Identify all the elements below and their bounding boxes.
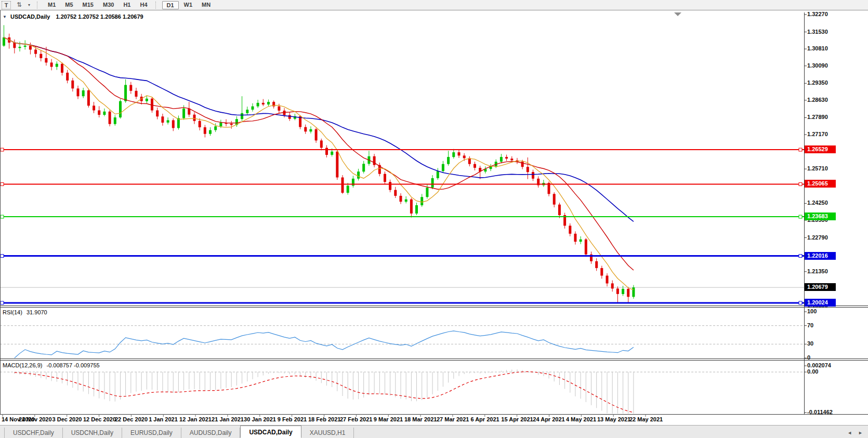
rsi-axis-label: 70 [807, 322, 844, 328]
date-axis-label: 22 Dec 2020 [115, 416, 147, 422]
date-axis-label: 4 May 2021 [565, 416, 597, 422]
date-axis-label: 22 May 2021 [629, 416, 662, 422]
tab-scroll-right-icon[interactable]: ► [858, 430, 863, 435]
price-tick-label: 1.31530 [807, 29, 844, 35]
chart-tab-bar: USDCHF,DailyUSDCNH,DailyEURUSD,DailyAUDU… [0, 425, 868, 438]
line-handle[interactable] [1, 148, 4, 151]
timeframe-button-h4[interactable]: H4 [136, 1, 151, 9]
chart-tabs: USDCHF,DailyUSDCNH,DailyEURUSD,DailyAUDU… [4, 425, 354, 438]
timeframe-bar: M1M5M15M30H1H4D1W1MN [43, 0, 215, 10]
rsi-panel-label: RSI(14) 31.9070 [3, 309, 47, 315]
macd-axis-label: -0.011462 [807, 409, 844, 415]
rsi-line [15, 331, 634, 358]
axis-price-badge: 1.26529 [805, 145, 836, 153]
date-axis-label: 9 Feb 2021 [276, 416, 308, 422]
price-tick-label: 1.27170 [807, 131, 844, 137]
timeframe-button-h1[interactable]: H1 [119, 1, 135, 9]
tab-usdcad-daily[interactable]: USDCAD,Daily [240, 426, 301, 438]
line-handle[interactable] [799, 255, 802, 258]
date-axis-label: 21 Jan 2021 [212, 416, 244, 422]
macd-histogram [9, 369, 634, 414]
collapse-triangle-icon[interactable]: ▼ [3, 15, 7, 19]
chart-legend: ▼ USDCAD,Daily 1.20752 1.20752 1.20586 1… [3, 14, 143, 20]
timeframe-button-m30[interactable]: M30 [99, 1, 118, 9]
date-axis-label: 18 Feb 2021 [308, 416, 340, 422]
tab-eurusd-daily[interactable]: EURUSD,Daily [122, 428, 181, 438]
date-axis-label: 15 Apr 2021 [501, 416, 533, 422]
line-handle[interactable] [1, 215, 4, 218]
price-tick-label: 1.29350 [807, 79, 844, 86]
macd-indicator-name: MACD(12,26,9) [3, 362, 42, 368]
axis-price-badge: 1.20679 [805, 283, 836, 291]
macd-current-values: -0.008757 -0.009755 [46, 362, 99, 368]
rsi-axis-label: 30 [807, 340, 844, 347]
date-axis-label: 27 Mar 2021 [437, 416, 469, 422]
tab-xauusd-h1[interactable]: XAUUSD,H1 [301, 428, 354, 438]
date-axis-label: 13 May 2021 [597, 416, 629, 422]
timeframe-button-m1[interactable]: M1 [44, 1, 60, 9]
date-axis-label: 30 Jan 2021 [244, 416, 276, 422]
candlestick-series [3, 25, 635, 303]
axis-price-badge: 1.22016 [805, 252, 836, 260]
rsi-axis-label: 0 [807, 354, 844, 361]
price-tick-label: 1.30090 [807, 62, 844, 69]
date-axis-label: 24 Nov 2020 [19, 416, 51, 422]
date-axis-label: 27 Feb 2021 [340, 416, 372, 422]
moving-average-28 [4, 37, 634, 221]
macd-axis-label: 0.00 [807, 368, 844, 375]
tab-usdcnh-daily[interactable]: USDCNH,Daily [63, 428, 122, 438]
price-tick-label: 1.22790 [807, 234, 844, 241]
axis-price-badge: 1.25065 [805, 180, 836, 188]
rsi-indicator-name: RSI(14) [3, 309, 22, 315]
toolbar: T ⇅ ▾ M1M5M15M30H1H4D1W1MN [0, 0, 868, 10]
line-handle[interactable] [1, 301, 4, 304]
date-axis-label: 24 Apr 2021 [533, 416, 565, 422]
timeframe-button-d1[interactable]: D1 [162, 1, 179, 9]
terminal-window: T ⇅ ▾ M1M5M15M30H1H4D1W1MN ▼ USDCAD,Dail… [0, 0, 868, 438]
line-handle[interactable] [1, 255, 4, 258]
date-axis-label: 3 Dec 2020 [51, 416, 83, 422]
arrange-arrows-icon[interactable]: ⇅ [14, 1, 24, 9]
date-axis-label: 18 Mar 2021 [404, 416, 437, 422]
tab-usdchf-daily[interactable]: USDCHF,Daily [4, 428, 63, 438]
price-tick-label: 1.28630 [807, 97, 844, 103]
price-tick-label: 1.27890 [807, 114, 844, 120]
date-axis-label: 1 Jan 2021 [147, 416, 179, 422]
date-axis-label: 6 Apr 2021 [469, 416, 501, 422]
toolbar-dropdown-caret[interactable]: ▾ [24, 1, 34, 9]
axis-price-badge: 1.23683 [805, 213, 836, 220]
line-handle[interactable] [1, 183, 4, 186]
line-handle[interactable] [799, 183, 802, 186]
moving-average-13 [4, 37, 634, 270]
toolbar-separator [37, 2, 40, 9]
timeframe-button-m15[interactable]: M15 [78, 1, 98, 9]
date-axis-label: 12 Dec 2020 [83, 416, 115, 422]
price-tick-label: 1.21350 [807, 268, 844, 274]
line-handle[interactable] [799, 215, 802, 218]
tab-scroll-left-icon[interactable]: ◄ [847, 430, 852, 435]
toolbar-separator [155, 2, 159, 9]
macd-signal-line [15, 371, 634, 413]
date-axis-label: 12 Jan 2021 [179, 416, 212, 422]
price-tick-label: 1.24250 [807, 200, 844, 206]
chart-quote-values: 1.20752 1.20752 1.20586 1.20679 [56, 14, 143, 20]
rsi-axis-label: 100 [807, 308, 844, 314]
tab-scroll-arrows: ◄ ► [847, 430, 863, 435]
timeframe-button-w1[interactable]: W1 [180, 1, 197, 9]
macd-axis-label: 0.002074 [807, 362, 844, 368]
text-tool-button[interactable]: T [2, 1, 11, 9]
timeframe-button-mn[interactable]: MN [198, 1, 215, 9]
macd-panel-label: MACD(12,26,9) -0.008757 -0.009755 [3, 362, 100, 368]
price-tick-label: 1.25710 [807, 165, 844, 171]
price-tick-label: 1.32270 [807, 11, 844, 17]
line-handle[interactable] [799, 148, 802, 151]
price-tick-label: 1.30810 [807, 45, 844, 51]
chart-canvas [0, 0, 868, 438]
axis-price-badge: 1.20024 [805, 299, 836, 307]
timeframe-button-m5[interactable]: M5 [61, 1, 77, 9]
scroll-position-marker-icon [674, 12, 681, 16]
line-handle[interactable] [799, 301, 802, 304]
date-axis-label: 9 Mar 2021 [372, 416, 404, 422]
tab-audusd-daily[interactable]: AUDUSD,Daily [181, 428, 241, 438]
moving-average-6 [4, 37, 634, 290]
